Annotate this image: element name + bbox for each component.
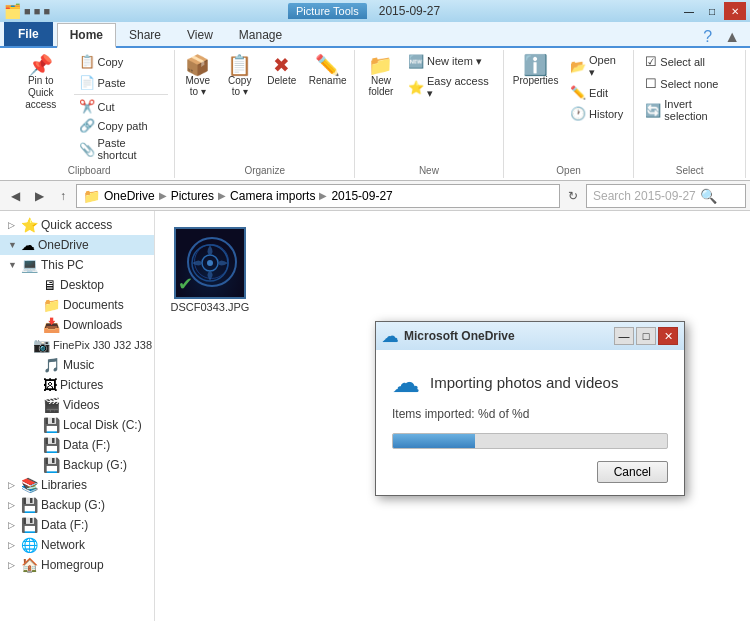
search-box[interactable]: Search 2015-09-27 🔍: [586, 184, 746, 208]
file-thumbnail: ✔: [174, 227, 246, 299]
properties-button[interactable]: ℹ️ Properties: [508, 52, 563, 89]
copy-path-button[interactable]: 🔗 Copy path: [74, 116, 169, 135]
tab-home[interactable]: Home: [57, 23, 116, 48]
sidebar-item-local-disk[interactable]: 💾 Local Disk (C:): [0, 415, 154, 435]
sidebar-item-this-pc[interactable]: ▼ 💻 This PC: [0, 255, 154, 275]
sidebar-item-videos[interactable]: 🎬 Videos: [0, 395, 154, 415]
sidebar-item-quick-access[interactable]: ▷ ⭐ Quick access: [0, 215, 154, 235]
forward-button[interactable]: ▶: [28, 185, 50, 207]
dialog-controls: — □ ✕: [614, 327, 678, 345]
rename-button[interactable]: ✏️ Rename: [304, 52, 352, 89]
file-name: DSCF0343.JPG: [171, 301, 250, 313]
sidebar-label: This PC: [41, 258, 84, 272]
refresh-button[interactable]: ↻: [562, 185, 584, 207]
sidebar-item-homegroup[interactable]: ▷ 🏠 Homegroup: [0, 555, 154, 575]
sidebar-item-libraries[interactable]: ▷ 📚 Libraries: [0, 475, 154, 495]
select-none-button[interactable]: ☐ Select none: [640, 74, 739, 93]
easy-access-button[interactable]: ⭐ Easy access ▾: [403, 73, 497, 102]
desktop-icon: 🖥: [43, 277, 57, 293]
select-label: Select: [676, 165, 704, 176]
tab-view[interactable]: View: [174, 23, 226, 46]
sidebar-item-data-f[interactable]: 💾 Data (F:): [0, 435, 154, 455]
picture-tools-tab[interactable]: Picture Tools: [288, 3, 367, 19]
title-bar: 🗂️ ■ ■ ■ Picture Tools 2015-09-27 — □ ✕: [0, 0, 750, 22]
open-button[interactable]: 📂 Open ▾: [565, 52, 629, 81]
edit-button[interactable]: ✏️ Edit: [565, 83, 629, 102]
copy-to-button[interactable]: 📋 Copyto ▾: [220, 52, 260, 100]
sidebar-item-documents[interactable]: 📁 Documents: [0, 295, 154, 315]
sidebar-item-backup-g[interactable]: 💾 Backup (G:): [0, 455, 154, 475]
network-icon: 🌐: [21, 537, 38, 553]
help-icon[interactable]: ?: [697, 28, 718, 46]
tab-share[interactable]: Share: [116, 23, 174, 46]
sidebar-label: Music: [63, 358, 94, 372]
select-all-button[interactable]: ☑ Select all: [640, 52, 739, 71]
search-icon: 🔍: [700, 188, 717, 204]
homegroup-icon: 🏠: [21, 557, 38, 573]
file-item[interactable]: ✔ DSCF0343.JPG: [165, 221, 255, 319]
pictures-icon: 🖼: [43, 377, 57, 393]
backup-g-icon: 💾: [43, 457, 60, 473]
close-button[interactable]: ✕: [724, 2, 746, 20]
sidebar-item-desktop[interactable]: 🖥 Desktop: [0, 275, 154, 295]
new-item-button[interactable]: 🆕 New item ▾: [403, 52, 497, 71]
up-button[interactable]: ↑: [52, 185, 74, 207]
clipboard-label: Clipboard: [68, 165, 111, 176]
music-icon: 🎵: [43, 357, 60, 373]
dialog-minimize-button[interactable]: —: [614, 327, 634, 345]
breadcrumb-part2[interactable]: Pictures: [171, 189, 214, 203]
dialog-maximize-button[interactable]: □: [636, 327, 656, 345]
dialog-subtext: Items imported: %d of %d: [392, 407, 668, 421]
pin-quick-access-button[interactable]: 📌 Pin to Quickaccess: [10, 52, 72, 114]
dialog-title-bar: ☁ Microsoft OneDrive — □ ✕: [376, 322, 684, 350]
new-folder-button[interactable]: 📁 Newfolder: [361, 52, 401, 100]
paste-button[interactable]: 📄 Paste: [74, 73, 169, 92]
cut-button[interactable]: ✂️ Cut: [74, 97, 169, 116]
move-to-button[interactable]: 📦 Moveto ▾: [178, 52, 218, 100]
tab-manage[interactable]: Manage: [226, 23, 295, 46]
cancel-button[interactable]: Cancel: [597, 461, 668, 483]
progress-bar: [392, 433, 668, 449]
clipboard-group: 📌 Pin to Quickaccess 📋 Copy 📄 Paste ✂️ C…: [4, 50, 175, 178]
minimize-button[interactable]: —: [678, 2, 700, 20]
chevron-icon: ▼: [8, 240, 18, 250]
dialog-heading: Importing photos and videos: [430, 374, 618, 391]
open-group: ℹ️ Properties 📂 Open ▾ ✏️ Edit 🕐 History…: [504, 50, 634, 178]
dialog-title-text: Microsoft OneDrive: [404, 329, 515, 343]
data-f2-icon: 💾: [21, 517, 38, 533]
address-bar: ◀ ▶ ↑ 📁 OneDrive ▶ Pictures ▶ Camera imp…: [0, 181, 750, 211]
checkmark-icon: ✔: [178, 273, 193, 295]
maximize-button[interactable]: □: [701, 2, 723, 20]
breadcrumb-part4[interactable]: 2015-09-27: [331, 189, 392, 203]
paste-shortcut-button[interactable]: 📎 Paste shortcut: [74, 135, 169, 163]
quick-access-icon: ⭐: [21, 217, 38, 233]
sidebar-item-finepix[interactable]: 📷 FinePix J30 J32 J38: [0, 335, 154, 355]
history-button[interactable]: 🕐 History: [565, 104, 629, 123]
back-button[interactable]: ◀: [4, 185, 26, 207]
sidebar-item-network[interactable]: ▷ 🌐 Network: [0, 535, 154, 555]
invert-selection-button[interactable]: 🔄 Invert selection: [640, 96, 739, 124]
dialog-close-button[interactable]: ✕: [658, 327, 678, 345]
sidebar-item-backup-g2[interactable]: ▷ 💾 Backup (G:): [0, 495, 154, 515]
title-bar-left: 🗂️ ■ ■ ■: [4, 3, 50, 19]
copy-button[interactable]: 📋 Copy: [74, 52, 169, 71]
tab-file[interactable]: File: [4, 22, 53, 46]
chevron-icon: ▼: [8, 260, 18, 270]
sidebar-item-downloads[interactable]: 📥 Downloads: [0, 315, 154, 335]
sidebar-item-pictures[interactable]: 🖼 Pictures: [0, 375, 154, 395]
ribbon-collapse-icon[interactable]: ▲: [718, 28, 746, 46]
breadcrumb[interactable]: 📁 OneDrive ▶ Pictures ▶ Camera imports ▶…: [76, 184, 560, 208]
sidebar-item-data-f2[interactable]: ▷ 💾 Data (F:): [0, 515, 154, 535]
videos-icon: 🎬: [43, 397, 60, 413]
delete-button[interactable]: ✖ Delete: [262, 52, 302, 89]
search-placeholder: Search 2015-09-27: [593, 189, 696, 203]
backup-icon: 💾: [21, 497, 38, 513]
breadcrumb-part1[interactable]: OneDrive: [104, 189, 155, 203]
sidebar-item-music[interactable]: 🎵 Music: [0, 355, 154, 375]
sidebar: ▷ ⭐ Quick access ▼ ☁ OneDrive ▼ 💻 This P…: [0, 211, 155, 621]
sidebar-label: Pictures: [60, 378, 103, 392]
chevron-icon: ▷: [8, 220, 18, 230]
sidebar-item-onedrive[interactable]: ▼ ☁ OneDrive: [0, 235, 154, 255]
breadcrumb-part3[interactable]: Camera imports: [230, 189, 315, 203]
sidebar-label: Downloads: [63, 318, 122, 332]
